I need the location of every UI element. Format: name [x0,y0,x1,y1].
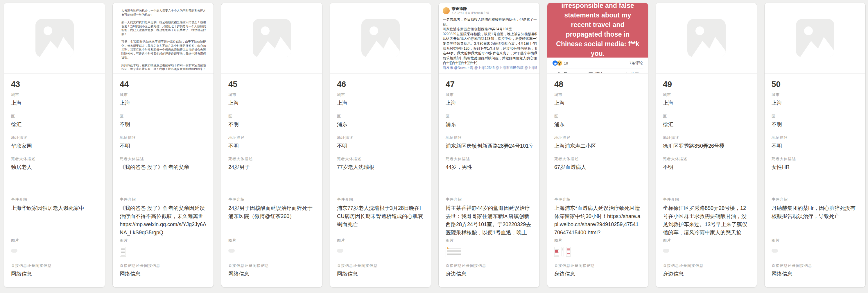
field-label-deceased: 死者大体描述 [772,157,859,161]
image-placeholder-icon [253,19,291,57]
field-address: 地址描述 不明 [228,136,315,149]
weibo-post-screenshot: 茶香禅静 4-2 02:31 来自 iPhone客户端 一名志愿者，昨日我投入路… [439,3,539,70]
weibo-header: 茶香禅静 4-2 02:31 来自 iPhone客户端 [443,6,537,15]
facebook-body-line: statements about my [554,10,641,20]
field-deceased: 死者大体描述 77岁老人沈瑞根 [337,157,424,197]
field-label-event: 事件介绍 [337,197,424,202]
facebook-post-text-box: irresponsible and falsestatements about … [547,3,648,58]
card-cover: 茶香禅静 4-2 02:31 来自 iPhone客户端 一名志愿者，昨日我投入路… [439,3,539,74]
facebook-body-line: you. [554,49,641,58]
field-value-address: 不明 [772,142,859,149]
field-label-source: 直接信息还是间接信息 [120,263,207,268]
record-card[interactable]: 45 城市 上海 区 不明 地址描述 不明 死者大体描述 24岁男子 事件介绍 … [221,3,322,287]
card-fields: 48 城市 上海 区 浦东 地址描述 上海浦东寿二小区 死者大体描述 67岁血透… [547,74,648,287]
image-thumbnail-bar [561,247,564,256]
article-paragraph: 那一天我觉得我们是幸运的，我还在朋友圈里感谢人民群众！感谢友爱！当时我的小区已被… [121,20,206,36]
field-label-images: 图片 [554,238,641,243]
field-city: 城市 上海 [228,92,315,107]
weibo-body-line: 合十][合十][合十][合十] [443,60,537,65]
field-value-source: 网络信息 [772,270,859,277]
field-value-district: 浦东 [337,121,424,128]
facebook-body-line: irresponsible and false [554,3,641,10]
field-label-source: 直接信息还是间接信息 [663,263,750,268]
field-value-city: 上海 [337,99,424,107]
like-action: 赞 [557,71,568,74]
field-images: 图片 [228,238,315,263]
record-card[interactable]: 50 城市 上海 区 不明 地址描述 不明 死者大体描述 女性HR 事件介绍 丹… [765,3,865,287]
record-card[interactable]: 43 城市 上海 区 徐汇 地址描述 华欣家园 死者大体描述 独居老人 事件介绍… [4,3,105,287]
field-label-event: 事件介绍 [11,197,98,202]
field-value-city: 上海 [120,99,207,107]
field-event: 事件介绍 博主茶香禅静44岁的堂哥因延误治疗去世：我哥哥家住浦东新区唐镇创新西路… [445,197,532,238]
record-card[interactable]: 46 城市 上海 区 浦东 地址描述 不明 死者大体描述 77岁老人沈瑞根 事件… [330,3,431,287]
field-label-source: 直接信息还是间接信息 [554,263,641,268]
image-thumbnail-chip [228,249,235,253]
reaction-count: 19 [564,61,568,65]
field-label-city: 城市 [228,92,315,97]
image-thumbnail-red [554,247,559,257]
field-source: 直接信息还是间接信息 身边信息 [663,263,750,277]
field-label-district: 区 [11,114,98,119]
article-paragraph: 人都没有这样的机会，一个病人需要几十个人的同时帮助和关怀才有可能获得一丝的机会！ [121,9,206,17]
field-source: 直接信息还是间接信息 网络信息 [228,263,315,277]
field-images: 图片 [663,238,750,263]
field-city: 城市 上海 [554,92,641,107]
facebook-body-line: recent travel and [554,20,641,30]
field-label-district: 区 [337,114,424,119]
field-address: 地址描述 浦东新区唐镇创新西路28弄24号101室 [445,136,532,149]
card-fields: 43 城市 上海 区 徐汇 地址描述 华欣家园 死者大体描述 独居老人 事件介绍… [4,74,105,287]
card-fields: 49 城市 上海 区 徐汇 地址描述 徐汇区罗秀路850弄26号楼 死者大体描述… [656,74,757,287]
field-label-city: 城市 [337,92,424,97]
field-images: 图片 [445,238,532,263]
field-value-source: 网络信息 [337,270,424,277]
field-event: 事件介绍 上海浦东*血透病人延误治疗致死且遗体滞留家中约30小时！https:/… [554,197,641,238]
field-value-event: 24岁男子因核酸而延误治疗而猝死于浦东医院（微博@红茶260） [228,204,315,220]
field-value-city: 上海 [445,99,532,107]
field-label-city: 城市 [445,92,532,97]
field-value-deceased: 44岁，男性 [445,164,532,171]
field-label-city: 城市 [663,92,750,97]
weibo-body-line: 复是等待领导批示。3月30日因为病情引起心衰，4月1日上午呼吸不畅， [443,41,537,46]
field-city: 城市 上海 [120,92,207,107]
field-value-city: 上海 [11,99,98,107]
field-address: 地址描述 不明 [120,136,207,149]
field-images: 图片 [772,238,859,263]
field-event: 事件介绍 上海华欣家园独居老人饿死家中 [11,197,98,238]
card-fields: 47 城市 上海 区 浦东 地址描述 浦东新区唐镇创新西路28弄24号101室 … [439,74,539,287]
record-card[interactable]: 49 城市 上海 区 徐汇 地址描述 徐汇区罗秀路850弄26号楼 死者大体描述… [656,3,757,287]
speech-bubble-icon [588,72,593,74]
record-card[interactable]: 茶香禅静 4-2 02:31 来自 iPhone客户端 一名志愿者，昨日我投入路… [439,3,539,287]
field-deceased: 死者大体描述 不明 [663,157,750,197]
facebook-body-line: Chinese social media: f**k [554,39,641,49]
field-city: 城市 上海 [663,92,750,107]
record-card[interactable]: 人都没有这样的机会，一个病人需要几十个人的同时帮助和关怀才有可能获得一丝的机会！… [113,3,214,287]
field-value-event: 上海华欣家园独居老人饿死家中 [11,204,98,212]
gallery-page: { "page": { "background": "#f0f0ef", "ac… [0,0,868,293]
facebook-post-screenshot: irresponsible and falsestatements about … [547,3,648,74]
field-district: 区 浦东 [554,114,641,128]
field-label-event: 事件介绍 [445,197,532,202]
card-cover [656,3,757,74]
field-label-event: 事件介绍 [554,197,641,202]
card-fields: 44 城市 上海 区 不明 地址描述 不明 死者大体描述 《我的爸爸 没了》作者… [113,74,214,287]
field-source: 直接信息还是间接信息 网络信息 [772,263,859,277]
image-thumbnail-row [663,245,750,253]
field-value-address: 浦东新区唐镇创新西路28弄24号101室 [445,142,532,149]
field-value-event: 《我的爸爸 没了》作者的父亲因延误治疗而不得不高位截肢，未久遍离世 https:… [120,204,207,237]
field-event: 事件介绍 《我的爸爸 没了》作者的父亲因延误治疗而不得不高位截肢，未久遍离世 h… [120,197,207,238]
image-thumbnail-list [566,247,570,257]
weibo-username: 茶香禅静 [452,6,489,11]
field-value-city: 上海 [772,99,859,107]
field-label-source: 直接信息还是间接信息 [11,263,98,268]
weibo-body: 一名志愿者，昨日我投入路浦西核酸检测的队伍，但是累了一天后晚上接到。哥家住浦东新… [443,17,537,65]
field-label-deceased: 死者大体描述 [11,157,98,161]
field-source: 直接信息还是间接信息 网络信息 [337,263,424,277]
field-district: 区 不明 [120,114,207,128]
share-action: 分享 [624,71,639,74]
field-value-event: 丹纳赫集团的某Hr，因心脏猝死没有核酸报告耽误治疗，导致死亡 [772,204,859,220]
weibo-body-line: 哥家住浦东新区唐镇创新西路28弄24号101室 [443,27,537,32]
weibo-body-line: 从这天开始我大伯停地电话12345，疾控中心，居委转运车一直不来。永 [443,36,537,41]
article-text-screenshot: 人都没有这样的机会，一个病人需要几十个人的同时帮助和关怀才有可能获得一丝的机会！… [113,3,214,74]
field-value-deceased: 《我的爸爸 没了》作者的父亲 [120,164,207,171]
record-card[interactable]: irresponsible and falsestatements about … [547,3,648,287]
